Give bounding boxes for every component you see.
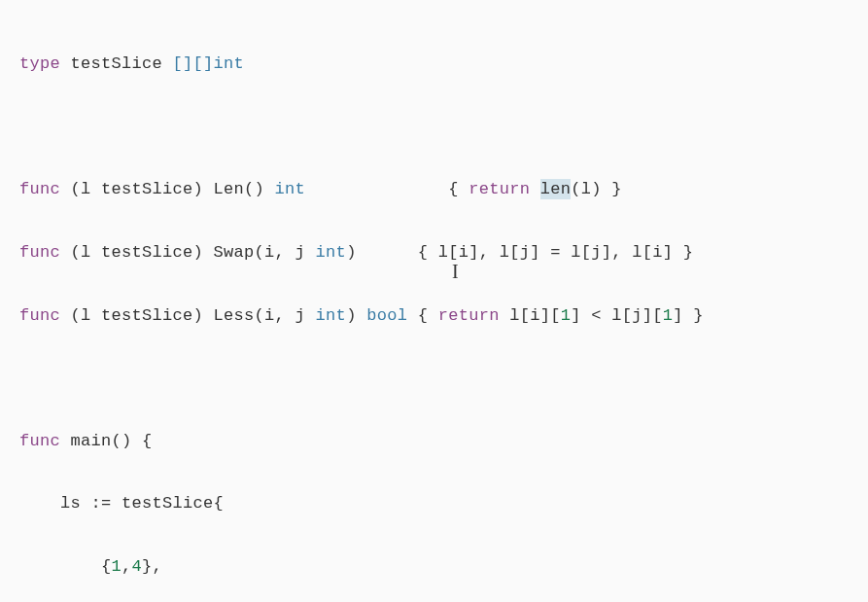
code-line[interactable]: func (l testSlice) Len() int { return le… bbox=[19, 174, 849, 205]
code-line[interactable]: func main() {I bbox=[19, 426, 849, 457]
type-def: [][]int bbox=[173, 54, 245, 73]
keyword-func: func bbox=[19, 243, 60, 262]
return-type: bool bbox=[366, 306, 407, 325]
func-name: Swap bbox=[214, 243, 255, 262]
params-open: (i, j bbox=[255, 306, 316, 325]
brace-open: { bbox=[132, 432, 153, 450]
body-close: } bbox=[693, 306, 704, 325]
code-line[interactable]: ls := testSlice{ bbox=[19, 488, 849, 519]
receiver-open: (l bbox=[71, 180, 102, 198]
code-line[interactable]: func (l testSlice) Less(i, j int) bool {… bbox=[19, 301, 849, 332]
keyword-type: type bbox=[19, 54, 60, 73]
space bbox=[530, 180, 540, 198]
var-name: ls bbox=[60, 494, 91, 513]
params: () bbox=[112, 432, 132, 450]
assign-op: := bbox=[91, 494, 112, 513]
receiver-close: ) bbox=[193, 306, 214, 325]
indent bbox=[19, 494, 60, 513]
receiver-close: ) bbox=[193, 180, 214, 198]
body-open: { bbox=[407, 306, 438, 325]
receiver-close: ) bbox=[193, 243, 214, 262]
number-literal: 1 bbox=[112, 557, 122, 576]
body-close: } bbox=[683, 243, 694, 262]
keyword-func: func bbox=[19, 432, 60, 450]
text-cursor-icon: I bbox=[452, 253, 453, 276]
receiver-type: testSlice bbox=[101, 180, 193, 198]
call-args: (l) bbox=[571, 180, 611, 198]
code-line-blank[interactable] bbox=[19, 112, 849, 143]
builtin-len: len bbox=[540, 179, 572, 199]
code-line-blank[interactable] bbox=[19, 363, 849, 394]
keyword-func: func bbox=[19, 180, 60, 198]
number-literal: 1 bbox=[561, 306, 572, 325]
number-literal: 4 bbox=[132, 557, 143, 576]
type-name: testSlice bbox=[71, 54, 163, 73]
brace-close: }, bbox=[142, 557, 162, 576]
body-close: } bbox=[611, 180, 622, 198]
params: () bbox=[244, 180, 264, 198]
func-name: Less bbox=[214, 306, 255, 325]
return-type: int bbox=[264, 180, 305, 198]
keyword-func: func bbox=[19, 306, 60, 325]
keyword-return: return bbox=[438, 306, 500, 325]
params-close: ) bbox=[346, 306, 366, 325]
receiver-open: (l bbox=[71, 306, 102, 325]
code-line[interactable]: type testSlice [][]int bbox=[19, 49, 849, 80]
expr-part: ] < l[j][ bbox=[571, 306, 663, 325]
expr-part: l[i][ bbox=[500, 306, 561, 325]
param-type: int bbox=[316, 243, 347, 262]
swap-stmt: l[i], l[j] = l[j], l[i] bbox=[438, 243, 683, 262]
number-literal: 1 bbox=[663, 306, 674, 325]
receiver-type: testSlice bbox=[101, 243, 193, 262]
brace-open: { bbox=[214, 494, 225, 513]
param-type: int bbox=[316, 306, 347, 325]
code-line[interactable]: {1,4}, bbox=[19, 551, 849, 583]
comma: , bbox=[122, 557, 132, 576]
indent bbox=[19, 557, 101, 576]
keyword-return: return bbox=[469, 180, 530, 198]
params-close: ) bbox=[346, 243, 357, 262]
space bbox=[112, 494, 122, 513]
expr-part: ] bbox=[673, 306, 693, 325]
receiver-type: testSlice bbox=[101, 306, 193, 325]
func-name-main: main bbox=[71, 432, 112, 450]
params-open: (i, j bbox=[255, 243, 316, 262]
code-editor[interactable]: type testSlice [][]int func (l testSlice… bbox=[19, 18, 849, 602]
func-name: Len bbox=[214, 180, 245, 198]
body-open: { bbox=[448, 180, 469, 198]
type-ref: testSlice bbox=[122, 494, 214, 513]
receiver-open: (l bbox=[71, 243, 102, 262]
brace-open: { bbox=[101, 557, 112, 576]
body-open: { bbox=[418, 243, 438, 262]
code-line[interactable]: func (l testSlice) Swap(i, j int) { l[i]… bbox=[19, 237, 849, 268]
